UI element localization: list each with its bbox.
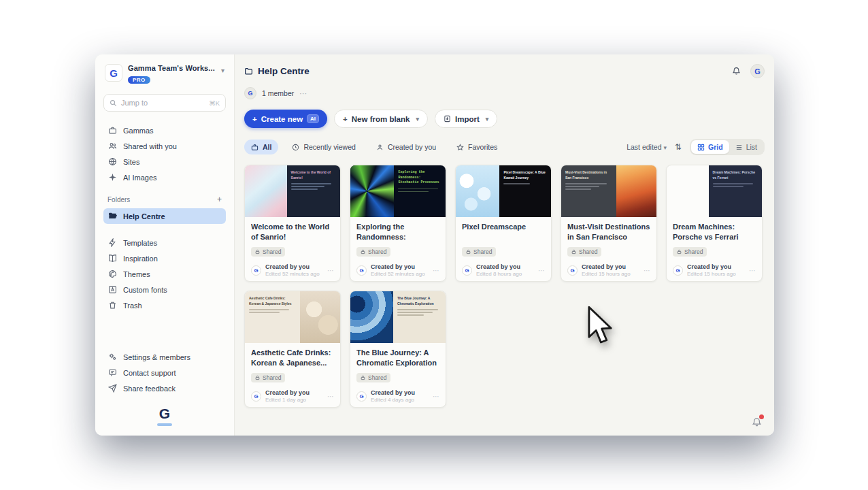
search-icon (110, 99, 117, 107)
folder-open-icon (107, 212, 117, 220)
sort-dropdown[interactable]: Last edited ▾ (627, 143, 667, 151)
card-thumbnail-art (456, 165, 499, 217)
sidebar-item-share-feedback[interactable]: Share feedback (103, 380, 226, 396)
sidebar-item-label: Help Centre (123, 212, 165, 220)
card-title: Aesthetic Cafe Drinks: Korean & Japanese… (251, 348, 334, 369)
lock-icon (466, 249, 471, 255)
members-more-button[interactable]: ⋯ (299, 89, 307, 98)
author-avatar: G (251, 391, 261, 402)
gamma-card[interactable]: Must-Visit Destinations in San Francisco… (561, 165, 657, 282)
card-author: Created by you (371, 389, 429, 396)
filter-tab-all[interactable]: All (244, 140, 278, 154)
grid-icon (697, 144, 705, 151)
plus-icon: + (252, 115, 257, 123)
gamma-card[interactable]: The Blue Journey: A Chromatic Exploratio… (350, 291, 446, 408)
filter-tab-created-by-you[interactable]: Created by you (369, 140, 443, 154)
lightning-icon (107, 238, 117, 247)
plan-badge: PRO (128, 76, 150, 84)
workspace-switcher[interactable]: G Gamma Team's Works... PRO ▾ (103, 63, 226, 84)
card-edited: Edited 52 minutes ago (371, 271, 429, 277)
sidebar-item-custom-fonts[interactable]: Custom fonts (103, 282, 226, 297)
briefcase-icon (107, 126, 117, 135)
gamma-card[interactable]: Dream Machines: Porsche vs Ferrari Dream… (666, 165, 763, 282)
chat-icon (107, 368, 117, 377)
sidebar-item-themes[interactable]: Themes (103, 266, 226, 282)
gamma-logo-underline (157, 423, 172, 426)
globe-icon (107, 157, 117, 166)
card-menu-button[interactable]: ⋯ (327, 267, 334, 274)
thumb-title: Exploring the Randomness: Stochastic Pro… (398, 170, 441, 186)
sidebar-item-label: Inspiration (123, 255, 158, 263)
import-icon (444, 115, 451, 122)
grid-view-button[interactable]: Grid (691, 140, 729, 154)
card-menu-button[interactable]: ⋯ (538, 267, 545, 274)
thumb-title: The Blue Journey: A Chromatic Exploratio… (397, 296, 441, 306)
sidebar-item-settings-members[interactable]: Settings & members (103, 349, 226, 365)
sidebar-item-templates[interactable]: Templates (103, 235, 226, 250)
sidebar-item-label: Sites (123, 158, 139, 166)
author-avatar: G (356, 391, 367, 402)
star-icon (456, 144, 464, 151)
list-view-button[interactable]: List (729, 140, 763, 154)
bell-icon[interactable] (732, 67, 741, 76)
font-icon (107, 285, 117, 294)
workspace-name: Gamma Team's Works... (128, 64, 216, 72)
plus-icon: + (343, 115, 348, 123)
card-thumbnail-art (616, 165, 656, 217)
gamma-card[interactable]: Exploring the Randomness: Stochastic Pro… (350, 165, 446, 282)
new-from-blank-button[interactable]: + New from blank ▾ (334, 110, 428, 128)
card-author: Created by you (265, 263, 323, 270)
notifications-bell-button[interactable] (752, 417, 762, 430)
sidebar-item-trash[interactable]: Trash (103, 297, 226, 313)
card-edited: Edited 52 minutes ago (265, 271, 323, 277)
lock-icon (677, 249, 682, 255)
filter-tab-recently-viewed[interactable]: Recently viewed (285, 140, 362, 154)
people-icon (107, 142, 117, 150)
sidebar-item-label: Gammas (123, 127, 154, 135)
card-thumbnail-art (350, 291, 393, 343)
chevron-down-icon: ▾ (221, 67, 224, 74)
gamma-card[interactable]: Welcome to the World of Sanrio! Welcome … (244, 165, 341, 282)
sidebar-item-label: Shared with you (123, 142, 177, 150)
gamma-card[interactable]: Pixel Dreamscape: A Blue Kawaii Journey … (455, 165, 552, 282)
gamma-card[interactable]: Aesthetic Cafe Drinks: Korean & Japanese… (244, 291, 341, 408)
person-icon (376, 144, 384, 151)
create-new-button[interactable]: + Create new AI (244, 110, 327, 128)
sidebar-item-label: Share feedback (123, 385, 176, 393)
trash-icon (107, 301, 117, 310)
user-avatar[interactable]: G (750, 64, 765, 78)
card-title: Exploring the Randomness: Stochasti... (356, 222, 439, 243)
card-author: Created by you (265, 389, 323, 396)
card-menu-button[interactable]: ⋯ (644, 267, 650, 274)
import-button[interactable]: Import ▾ (435, 110, 497, 128)
sidebar-item-sites[interactable]: Sites (103, 154, 226, 169)
card-author: Created by you (371, 263, 429, 270)
card-menu-button[interactable]: ⋯ (327, 393, 334, 400)
list-icon (735, 144, 743, 151)
sidebar-item-gammas[interactable]: Gammas (103, 122, 226, 138)
clock-icon (292, 144, 299, 151)
sidebar-item-shared-with-you[interactable]: Shared with you (103, 138, 226, 154)
sidebar-item-contact-support[interactable]: Contact support (103, 365, 226, 380)
thumb-title: Pixel Dreamscape: A Blue Kawaii Journey (503, 170, 547, 180)
lock-icon (255, 375, 260, 380)
sidebar: G Gamma Team's Works... PRO ▾ Jump to ⌘K… (95, 54, 235, 436)
sidebar-item-help-centre[interactable]: Help Centre (103, 208, 226, 224)
card-edited: Edited 15 hours ago (687, 271, 745, 277)
author-avatar: G (673, 265, 683, 276)
sidebar-item-label: Trash (123, 301, 142, 310)
card-menu-button[interactable]: ⋯ (749, 267, 756, 274)
sidebar-item-ai-images[interactable]: AI Images (103, 169, 226, 185)
shared-badge: Shared (251, 373, 285, 382)
card-menu-button[interactable]: ⋯ (433, 267, 439, 274)
sort-direction-button[interactable]: ⇅ (675, 142, 682, 152)
add-folder-button[interactable]: + (217, 195, 222, 204)
shared-badge: Shared (356, 373, 390, 382)
search-input[interactable]: Jump to ⌘K (103, 94, 226, 112)
chevron-down-icon: ▾ (486, 116, 489, 122)
filter-tab-favorites[interactable]: Favorites (450, 140, 504, 154)
gears-icon (107, 353, 117, 361)
sidebar-item-label: Settings & members (123, 353, 190, 361)
sidebar-item-inspiration[interactable]: Inspiration (103, 250, 226, 266)
card-menu-button[interactable]: ⋯ (433, 393, 439, 400)
